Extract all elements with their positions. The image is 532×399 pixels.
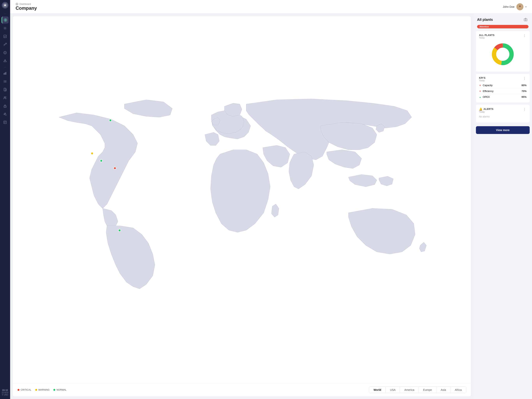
right-panel: All plants Attention ALL PLANTS Today [474, 14, 532, 399]
sidebar-item-page[interactable] [1, 119, 9, 126]
sidebar-item-tools[interactable] [1, 41, 9, 48]
breadcrumb-icon [16, 3, 18, 6]
legend: CRITICAL WARNING NORMAL [18, 388, 67, 391]
all-plants-card-titles: ALL PLANTS Today [479, 34, 494, 39]
header: Dashboard Company John Doe ▾ [10, 0, 532, 14]
legend-dot-warning [35, 389, 37, 391]
kpis-menu[interactable]: ⋮ [523, 77, 526, 80]
sidebar-item-chart[interactable] [1, 70, 9, 77]
sidebar-item-target[interactable] [1, 17, 9, 24]
svg-text:3: 3 [502, 45, 503, 47]
view-more-button[interactable]: View more [476, 126, 530, 134]
app-logo[interactable] [2, 2, 8, 9]
kpi-efficiency-label: Efficiency [483, 90, 494, 92]
svg-point-34 [519, 6, 521, 7]
alerts-card-header: 🔔 ALERTS Today ⋮ [479, 108, 526, 113]
alerts-menu[interactable]: ⋮ [523, 108, 526, 111]
pin-yellow[interactable] [91, 152, 94, 155]
svg-point-27 [6, 115, 6, 116]
panel-header: All plants [474, 17, 532, 25]
svg-point-3 [5, 19, 6, 21]
all-plants-title: ALL PLANTS [479, 34, 494, 37]
sidebar-item-list[interactable] [1, 78, 9, 85]
all-plants-card: ALL PLANTS Today ⋮ [476, 31, 530, 72]
bell-icon: 🔔 [479, 108, 482, 111]
breadcrumb: Dashboard [16, 3, 37, 6]
svg-point-4 [5, 28, 6, 29]
legend-normal: NORMAL [53, 388, 66, 391]
kpis-title: KPI'S [479, 77, 485, 79]
kpi-efficiency: ▼ Efficiency 70% [479, 88, 526, 94]
user-menu-chevron[interactable]: ▾ [525, 6, 526, 8]
all-plants-menu[interactable]: ⋮ [523, 34, 526, 37]
sidebar-item-doc[interactable] [1, 86, 9, 93]
map-bottom: CRITICAL WARNING NORMAL World USA Americ… [13, 383, 471, 396]
main-content: Dashboard Company John Doe ▾ [10, 0, 532, 399]
page-title: Company [16, 6, 37, 11]
panel-title: All plants [477, 18, 493, 22]
all-plants-subtitle: Today [479, 37, 494, 39]
tab-asia[interactable]: Asia [436, 387, 450, 393]
world-map [24, 35, 459, 365]
region-tabs: World USA America Europe Asia Africa [369, 387, 466, 393]
kpis-card-titles: KPI'S Today [479, 77, 485, 82]
svg-point-15 [4, 81, 5, 82]
kpi-capacity-arrow: ▼ [479, 84, 481, 86]
pin-green-central[interactable] [100, 160, 103, 162]
sidebar-item-wrench[interactable] [1, 111, 9, 118]
alerts-subtitle: Today [479, 111, 494, 113]
svg-rect-10 [4, 73, 4, 75]
kpi-efficiency-arrow: ▼ [479, 90, 481, 92]
sidebar-item-diagram[interactable] [1, 57, 9, 64]
legend-dot-normal [53, 389, 55, 391]
breadcrumb-text: Dashboard [19, 3, 31, 6]
tab-usa[interactable]: USA [386, 387, 400, 393]
sidebar: ··· ··· [0, 0, 10, 399]
sidebar-item-settings[interactable] [1, 25, 9, 32]
tab-world[interactable]: World [369, 387, 386, 393]
svg-point-35 [518, 8, 521, 9]
tab-europe[interactable]: Europe [419, 387, 436, 393]
svg-point-38 [525, 19, 526, 20]
kpi-capacity: ▼ Capacity 80% [479, 82, 526, 88]
kpis-subtitle: Today [479, 79, 485, 82]
legend-dot-critical [18, 389, 19, 391]
user-name: John Doe [503, 5, 514, 8]
tab-america[interactable]: America [400, 387, 419, 393]
legend-label-normal: NORMAL [57, 388, 66, 391]
svg-text:11: 11 [509, 55, 512, 57]
sidebar-item-check[interactable] [1, 33, 9, 40]
sidebar-item-group[interactable] [1, 94, 9, 101]
sidebar-dots-1: ··· [4, 12, 6, 15]
body-area: CRITICAL WARNING NORMAL World USA Americ… [10, 14, 532, 399]
user-avatar[interactable] [516, 3, 523, 10]
kpis-card-header: KPI'S Today ⋮ [479, 77, 526, 82]
svg-text:7: 7 [494, 57, 496, 60]
svg-line-6 [4, 44, 5, 45]
no-alarms-text: No alarms [479, 114, 526, 120]
panel-camera-btn[interactable] [523, 17, 528, 23]
legend-label-critical: CRITICAL [21, 388, 31, 391]
alerts-card: 🔔 ALERTS Today ⋮ No alarms [476, 105, 530, 122]
donut-chart: 3 11 7 [490, 42, 515, 67]
svg-rect-12 [6, 72, 6, 75]
sidebar-item-grid[interactable] [1, 49, 9, 56]
kpi-opex-label: OPEX [483, 95, 490, 98]
tab-africa[interactable]: Africa [450, 387, 466, 393]
alerts-card-titles: 🔔 ALERTS Today [479, 108, 494, 113]
svg-rect-11 [5, 73, 5, 75]
sidebar-dots-2: ··· [4, 66, 6, 68]
svg-point-17 [4, 82, 5, 83]
legend-critical: CRITICAL [18, 388, 31, 391]
alerts-title: ALERTS [483, 108, 494, 110]
legend-warning: WARNING [35, 388, 50, 391]
svg-point-13 [4, 80, 5, 81]
sidebar-item-lock[interactable] [1, 103, 9, 110]
svg-point-9 [5, 61, 6, 61]
donut-container: 3 11 7 [479, 40, 526, 69]
kpi-capacity-label: Capacity [483, 84, 493, 87]
map-panel: CRITICAL WARNING NORMAL World USA Americ… [13, 16, 471, 396]
sidebar-time: 09:32 23 NOV © UNO [1, 389, 9, 397]
kpi-opex: ▲ OPEX 95% [479, 94, 526, 100]
svg-point-22 [4, 97, 5, 98]
